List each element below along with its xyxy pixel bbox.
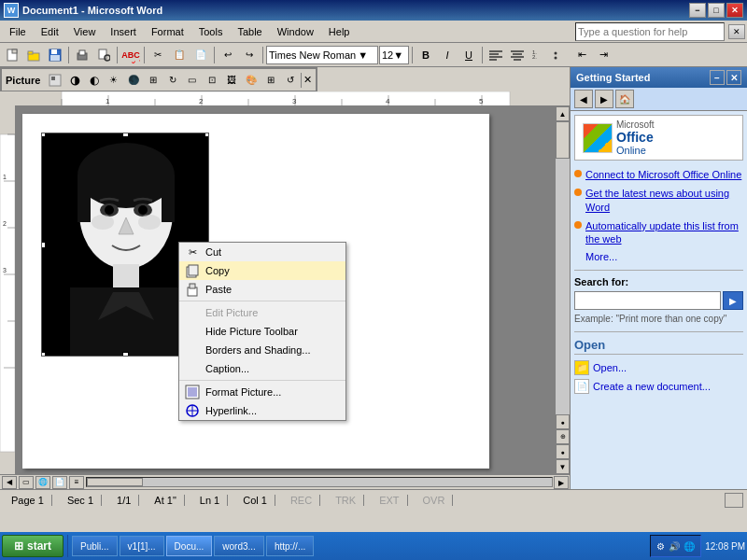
redo-button[interactable]: ↪ bbox=[239, 45, 260, 65]
nav-forward-button[interactable]: ▶ bbox=[595, 90, 613, 108]
bullet-2 bbox=[574, 189, 582, 196]
pic-contrast-less[interactable]: ◐ bbox=[85, 71, 103, 90]
align-center-button[interactable] bbox=[507, 45, 528, 65]
cut-icon: ✂ bbox=[183, 243, 202, 261]
copy-button[interactable]: 📋 bbox=[169, 45, 190, 65]
menu-view[interactable]: View bbox=[66, 21, 104, 42]
pic-contrast-more[interactable]: ◑ bbox=[65, 71, 83, 90]
view-outline-button[interactable]: ≡ bbox=[69, 476, 84, 489]
nav-home-button[interactable]: 🏠 bbox=[615, 90, 634, 108]
bold-button[interactable]: B bbox=[416, 45, 436, 65]
panel-close-btn[interactable]: ✕ bbox=[726, 70, 741, 85]
scroll-left-button[interactable]: ◀ bbox=[2, 476, 17, 489]
panel-search-input[interactable] bbox=[574, 291, 721, 310]
ctx-borders[interactable]: Borders and Shading... bbox=[179, 341, 345, 359]
taskbar-http-label: http://... bbox=[275, 541, 305, 552]
scroll-browse-prev[interactable]: ● bbox=[556, 414, 570, 429]
scroll-browse[interactable]: ⊕ bbox=[556, 429, 570, 444]
cut-button[interactable]: ✂ bbox=[148, 45, 168, 65]
view-normal-button[interactable]: ▭ bbox=[19, 476, 34, 489]
panel-close-icon[interactable]: ✕ bbox=[728, 24, 745, 39]
pic-colorwash[interactable]: 🎨 bbox=[242, 71, 260, 90]
ctx-copy[interactable]: Copy bbox=[179, 261, 345, 280]
panel-resize-button[interactable]: − bbox=[710, 70, 725, 85]
taskbar-item-v1[interactable]: v1[1]... bbox=[120, 536, 164, 556]
scroll-up-button[interactable]: ▲ bbox=[556, 106, 570, 121]
start-button[interactable]: ⊞ start bbox=[2, 535, 63, 557]
ctx-paste-label: Paste bbox=[205, 284, 232, 295]
pic-format[interactable]: 🖼 bbox=[222, 71, 240, 90]
minimize-button[interactable]: − bbox=[689, 3, 706, 18]
close-button[interactable]: ✕ bbox=[726, 3, 743, 18]
pic-brightness-less[interactable]: 🌑 bbox=[124, 71, 142, 90]
ctx-caption[interactable]: Caption... bbox=[179, 359, 345, 378]
increase-indent-button[interactable]: ⇥ bbox=[593, 45, 613, 65]
ctx-hyperlink-label: Hyperlink... bbox=[205, 405, 257, 416]
view-print-button[interactable]: 📄 bbox=[52, 476, 67, 489]
ctx-format-picture[interactable]: Format Picture... bbox=[179, 383, 345, 401]
font-size-dropdown-icon[interactable]: ▼ bbox=[393, 49, 403, 61]
spell-check-button[interactable]: ABC bbox=[120, 45, 141, 65]
nav-back-button[interactable]: ◀ bbox=[574, 90, 593, 108]
font-name-box[interactable]: Times New Roman ▼ bbox=[266, 46, 378, 64]
scroll-right-button[interactable]: ▶ bbox=[554, 476, 569, 489]
pic-reset[interactable]: ↺ bbox=[281, 71, 299, 90]
menu-help[interactable]: Help bbox=[321, 21, 358, 42]
office-connect-link[interactable]: Connect to Microsoft Office Online bbox=[585, 168, 741, 181]
scroll-track[interactable] bbox=[556, 121, 570, 414]
print-button[interactable] bbox=[72, 45, 92, 65]
open-link[interactable]: 📁 Open... bbox=[574, 360, 743, 375]
ctx-paste[interactable]: Paste bbox=[179, 280, 345, 299]
ctx-cut[interactable]: ✂ Cut bbox=[179, 243, 345, 261]
more-link[interactable]: More... bbox=[585, 251, 743, 262]
news-link[interactable]: Get the latest news about using Word bbox=[585, 187, 743, 214]
decrease-indent-button[interactable]: ⇤ bbox=[571, 45, 592, 65]
pic-compress[interactable]: ⊡ bbox=[203, 71, 220, 90]
menu-file[interactable]: File bbox=[2, 21, 34, 42]
menu-window[interactable]: Window bbox=[270, 21, 321, 42]
bullets-button[interactable] bbox=[550, 45, 571, 65]
taskbar-item-http[interactable]: http://... bbox=[266, 536, 314, 556]
font-dropdown-icon[interactable]: ▼ bbox=[358, 49, 368, 61]
menu-edit[interactable]: Edit bbox=[34, 21, 66, 42]
pic-textwrap[interactable]: ⊞ bbox=[261, 71, 279, 90]
scroll-thumb[interactable] bbox=[556, 121, 570, 159]
undo-button[interactable]: ↩ bbox=[218, 45, 238, 65]
taskbar-item-word3[interactable]: word3... bbox=[214, 536, 264, 556]
svg-point-21 bbox=[555, 51, 557, 54]
menu-format[interactable]: Format bbox=[144, 21, 191, 42]
auto-update-link[interactable]: Automatically update this list from the … bbox=[585, 219, 743, 246]
picture-toolbar-close[interactable]: ✕ bbox=[303, 74, 312, 86]
font-size-box[interactable]: 12 ▼ bbox=[379, 46, 409, 64]
menu-insert[interactable]: Insert bbox=[103, 21, 144, 42]
help-search-input[interactable] bbox=[575, 22, 725, 41]
ctx-hyperlink[interactable]: Hyperlink... bbox=[179, 401, 345, 420]
scroll-browse-next[interactable]: ● bbox=[556, 444, 570, 459]
underline-button[interactable]: U bbox=[458, 45, 479, 65]
scroll-down-button[interactable]: ▼ bbox=[556, 459, 570, 474]
taskbar-item-docu[interactable]: Docu... bbox=[166, 536, 213, 556]
new-doc-link[interactable]: 📄 Create a new document... bbox=[574, 379, 743, 394]
pic-rotate[interactable]: ↻ bbox=[163, 71, 181, 90]
maximize-button[interactable]: □ bbox=[708, 3, 725, 18]
menu-tools[interactable]: Tools bbox=[191, 21, 231, 42]
open-button[interactable] bbox=[23, 45, 44, 65]
pic-color-button[interactable] bbox=[46, 71, 63, 90]
pic-crop[interactable]: ⊞ bbox=[144, 71, 162, 90]
menu-table[interactable]: Table bbox=[230, 21, 269, 42]
svg-rect-6 bbox=[50, 55, 60, 61]
paste-button[interactable]: 📄 bbox=[190, 45, 211, 65]
align-left-button[interactable] bbox=[486, 45, 506, 65]
h-scroll-thumb[interactable] bbox=[87, 478, 143, 486]
print-preview-button[interactable] bbox=[93, 45, 114, 65]
ctx-hide-toolbar[interactable]: Hide Picture Toolbar bbox=[179, 322, 345, 341]
new-button[interactable] bbox=[2, 45, 22, 65]
search-go-button[interactable]: ▶ bbox=[723, 291, 743, 310]
save-button[interactable] bbox=[45, 45, 65, 65]
numbering-button[interactable]: 1.2. bbox=[529, 45, 549, 65]
view-web-button[interactable]: 🌐 bbox=[35, 476, 50, 489]
pic-brightness-more[interactable]: ☀ bbox=[105, 71, 122, 90]
italic-button[interactable]: I bbox=[437, 45, 458, 65]
taskbar-item-publi[interactable]: Publi... bbox=[72, 536, 118, 556]
pic-linestyle[interactable]: ▭ bbox=[183, 71, 201, 90]
